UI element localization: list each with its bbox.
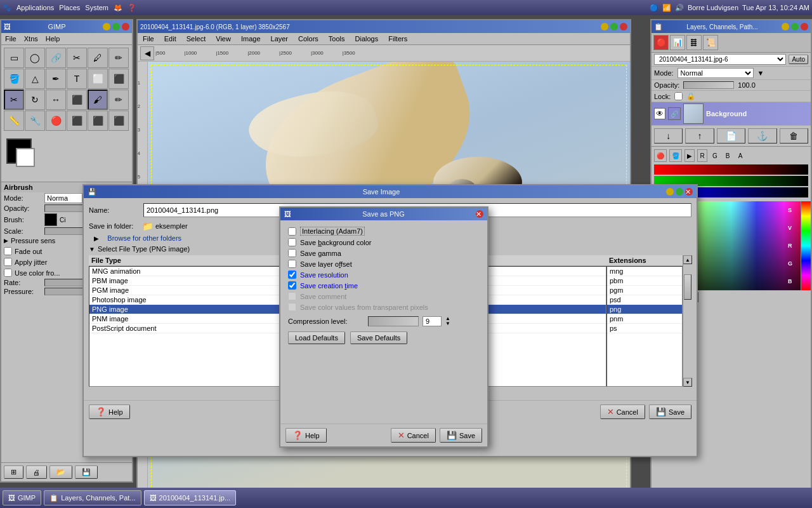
tool-clone[interactable]: ⬛ [108, 110, 129, 131]
tool-rotate[interactable]: ↻ [25, 90, 45, 110]
tool-scale[interactable]: ↔ [46, 90, 66, 110]
file-list-scrollbar[interactable]: ▲ ▼ [683, 255, 691, 387]
image-layer-menu[interactable]: Layer [267, 34, 292, 43]
lock-pixels-checkbox[interactable] [674, 92, 683, 100]
color-letters-b[interactable]: B [723, 149, 733, 162]
image-dialogs-menu[interactable]: Dialogs [351, 34, 383, 43]
taskbar-layers-btn[interactable]: 📋 Layers, Channels, Pat... [44, 490, 141, 505]
places-btn[interactable]: Places [59, 4, 80, 11]
channels-tab-btn[interactable]: 📊 [670, 35, 685, 50]
tool-rect-select[interactable]: ▭ [4, 48, 24, 68]
tool-move[interactable]: ⬜ [88, 69, 108, 89]
tool-airbrush[interactable]: 🖌 [88, 90, 108, 110]
fade-checkbox[interactable] [4, 247, 12, 255]
save-image-close[interactable]: ✕ [685, 188, 693, 196]
tool-scissors[interactable]: ✏ [108, 48, 129, 68]
folder-name[interactable]: eksempler [155, 222, 188, 230]
tool-zoom[interactable]: ✒ [46, 69, 66, 89]
layer-link-btn[interactable]: 🔗 [668, 107, 681, 120]
layers-maximize-btn[interactable] [791, 23, 799, 30]
toolbox-print-btn[interactable]: 🖨 [26, 465, 47, 479]
image-minimize-btn[interactable] [601, 23, 608, 30]
tool-by-color-select[interactable]: 🖊 [88, 48, 108, 68]
history-tab-btn[interactable]: 📜 [703, 35, 718, 50]
compression-value[interactable] [422, 316, 442, 326]
brush-preview[interactable] [44, 213, 57, 226]
image-select-menu[interactable]: Select [183, 34, 210, 43]
tool-fuzzy-select[interactable]: ✂ [67, 48, 87, 68]
paint-bucket-btn[interactable]: 🪣 [669, 149, 682, 162]
png-save-btn[interactable]: 💾 Save [440, 428, 482, 443]
scrollbar-down-btn[interactable]: ▼ [683, 378, 692, 387]
toolbox-help-menu[interactable]: Help [43, 34, 63, 43]
tool-free-select[interactable]: 🔗 [46, 48, 66, 68]
image-colors-menu[interactable]: Colors [294, 34, 322, 43]
gamma-checkbox[interactable] [288, 249, 296, 257]
tool-align[interactable]: ⬛ [108, 69, 129, 89]
save-image-save-btn[interactable]: 💾 Save [649, 404, 691, 419]
scrollbar-thumb[interactable] [684, 274, 691, 300]
resolution-checkbox[interactable] [288, 271, 296, 279]
tool-measure[interactable]: T [67, 69, 87, 89]
applications-menu[interactable]: 🐾 [3, 4, 11, 12]
toolbox-close-btn[interactable] [122, 23, 129, 30]
bg-color-checkbox[interactable] [288, 238, 296, 246]
layer-offset-checkbox[interactable] [288, 260, 296, 268]
layer-duplicate-btn[interactable]: 📄 [717, 128, 745, 144]
paths-tab-btn[interactable]: 🛤 [686, 35, 702, 50]
image-maximize-btn[interactable] [610, 23, 618, 30]
layers-mode-select[interactable]: Normal [678, 68, 754, 78]
firefox-icon[interactable]: 🦊 [114, 4, 122, 12]
system-btn[interactable]: System [85, 4, 108, 11]
taskbar-image-btn[interactable]: 🖼 20100404_113141.jp... [144, 490, 237, 505]
tool-pencil[interactable]: ✏ [108, 90, 129, 110]
layers-close-btn[interactable] [801, 23, 808, 30]
load-defaults-btn[interactable]: Load Defaults [288, 331, 345, 344]
image-close-btn[interactable] [620, 23, 627, 30]
png-help-btn[interactable]: ❓ Help [285, 428, 327, 443]
tool-fill[interactable]: 🔴 [46, 110, 66, 131]
creation-time-checkbox[interactable] [288, 281, 296, 290]
mode-input[interactable] [44, 193, 82, 203]
browse-link[interactable]: Browse for other folders [107, 234, 181, 242]
tool-heal[interactable]: ⬛ [88, 110, 108, 131]
layer-move-down-btn[interactable]: ↓ [654, 128, 683, 144]
color-pick-btn[interactable]: 🔴 [654, 149, 667, 162]
applications-btn[interactable]: Applications [16, 4, 54, 11]
layers-minimize-btn[interactable] [782, 23, 789, 30]
opacity-slider[interactable] [683, 81, 734, 89]
layer-item[interactable]: 👁 🔗 Background [652, 102, 811, 125]
tool-ellipse-select[interactable]: ◯ [25, 48, 45, 68]
save-image-minimize[interactable] [666, 188, 674, 196]
compression-slider[interactable] [368, 316, 419, 326]
image-file-menu[interactable]: File [139, 34, 158, 43]
taskbar-gimp-btn[interactable]: 🖼 GIMP [3, 490, 41, 505]
colorfrm-checkbox[interactable] [4, 269, 12, 277]
layer-anchor-btn[interactable]: ⚓ [748, 128, 776, 144]
color-letters-a[interactable]: A [735, 149, 745, 162]
toolbox-new-btn[interactable]: ⊞ [4, 465, 23, 479]
nav-left-btn[interactable]: ◀ [140, 46, 154, 60]
tool-color-picker[interactable]: △ [25, 69, 45, 89]
layers-tab-btn[interactable]: 🔴 [653, 35, 669, 50]
hue-bar[interactable] [801, 201, 811, 290]
compression-down-btn[interactable]: ▼ [445, 321, 450, 326]
toolbox-file-menu[interactable]: File [3, 34, 19, 43]
toolbox-minimize-btn[interactable] [103, 23, 110, 30]
layer-delete-btn[interactable]: 🗑 [780, 128, 808, 144]
tool-paths[interactable]: 🪣 [4, 69, 24, 89]
scrollbar-up-btn[interactable]: ▲ [683, 255, 692, 264]
toolbox-open-btn[interactable]: 📂 [49, 465, 72, 479]
tool-eraser[interactable]: 🔧 [25, 110, 45, 131]
toolbox-save-btn[interactable]: 💾 [75, 465, 98, 479]
image-edit-menu[interactable]: Edit [160, 34, 180, 43]
image-tools-menu[interactable]: Tools [325, 34, 349, 43]
color-expand-btn[interactable]: ▶ [684, 149, 695, 162]
auto-btn[interactable]: Auto [789, 55, 808, 64]
image-filters-menu[interactable]: Filters [384, 34, 411, 43]
color-letters-btn[interactable]: R [697, 149, 707, 162]
layer-visibility-btn[interactable]: 👁 [654, 108, 665, 119]
tool-paintbrush[interactable]: 📏 [4, 110, 24, 131]
png-cancel-btn[interactable]: ✕ Cancel [391, 428, 436, 443]
layer-move-up-btn[interactable]: ↑ [685, 128, 714, 144]
